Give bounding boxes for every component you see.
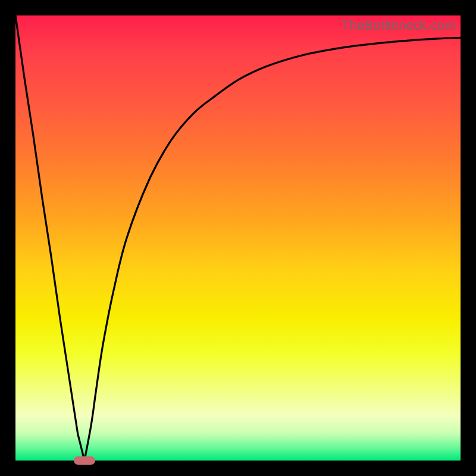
chart-frame: TheBottleneck.com xyxy=(0,0,476,476)
plot-area: TheBottleneck.com xyxy=(15,15,461,461)
optimum-marker xyxy=(74,456,95,465)
bottleneck-curve xyxy=(15,15,461,461)
